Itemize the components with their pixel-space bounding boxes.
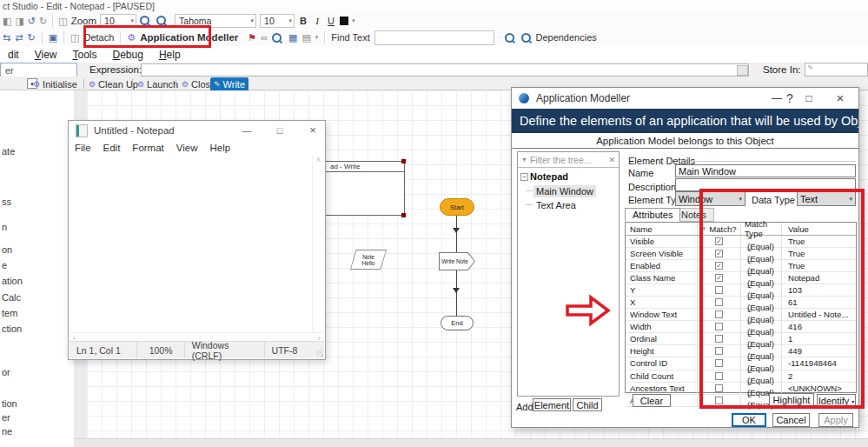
cancel-button[interactable]: Cancel [772,413,810,427]
toolbox-item[interactable]: or [2,367,10,377]
add-child-button[interactable]: Child [573,398,602,411]
reset-icon[interactable]: ↻ [27,31,35,43]
close-button[interactable]: × [830,88,851,109]
link-icon[interactable]: ∞ [261,31,268,43]
end-stage[interactable]: End [441,316,474,330]
zoom-in-icon[interactable] [140,16,149,25]
minimize-button[interactable]: — [234,121,260,140]
dependencies-label[interactable]: Dependencies [535,32,596,43]
zoom-out-icon[interactable] [156,16,166,25]
add-element-button[interactable]: Element [533,398,571,411]
tree-node-notepad[interactable]: Notepad [530,171,568,182]
toolbox-item[interactable]: n [2,222,7,232]
element-tree-panel: ▼ Filter the tree... ✕ − Notepad Main Wi… [517,151,620,397]
scroll-up-icon[interactable]: ∧ [316,156,321,163]
expression-expand-button[interactable] [737,65,748,76]
tab-attributes[interactable]: Attributes [625,208,680,222]
ok-button[interactable]: OK [732,413,766,427]
write-note-stage[interactable]: Write Note [439,252,475,270]
menu-tools[interactable]: Tools [65,49,105,61]
find-text-label: Find Text [331,32,369,43]
store-in-input[interactable]: ✎ [805,63,868,77]
page-icon: ⚙ [33,80,40,89]
step-into-icon[interactable]: ⇄ [15,31,23,43]
menu-view[interactable]: View [27,49,65,61]
new-doc-icon[interactable]: ◫ [58,15,67,27]
font-size-select[interactable]: 10 ▾ [260,14,295,28]
toolbox-item[interactable]: ation [2,276,23,286]
stage-toolbox: ate ss n on e ation Calc tem ction or ti… [0,90,74,447]
separator [83,79,84,89]
grid-view-icon[interactable]: ▦ [288,31,297,43]
menu-edit[interactable]: Edit [97,143,127,153]
toolbox-item[interactable]: tion [2,398,17,409]
toolbox-item[interactable]: e [2,260,7,270]
find-all-icon[interactable] [521,33,531,43]
tab-write[interactable]: ✎ Write [210,77,248,90]
underline-button[interactable]: U [326,16,336,26]
chevron-down-icon[interactable]: ▾ [352,15,355,27]
grid-alt-icon[interactable]: ▤ [301,31,310,43]
canvas-hscrollbar[interactable] [74,438,868,447]
flow-link [456,270,457,316]
chevron-down-icon[interactable]: · [499,31,501,43]
menu-edit[interactable]: dit [0,49,27,61]
notepad-menubar: File Edit Format View Help [69,140,325,155]
tree-node-text-area[interactable]: Text Area [533,199,579,211]
help-button[interactable]: ? [779,88,800,109]
toolbox-item[interactable]: ne [2,426,12,437]
toolbox-item[interactable]: ate [2,146,15,157]
apply-button[interactable]: Apply [818,413,853,427]
tree-line [526,204,533,205]
expression-input[interactable] [141,63,749,77]
tree-node-main-window[interactable]: Main Window [533,185,596,197]
redo-icon[interactable]: ↻ [39,15,47,27]
bold-button[interactable]: B [298,16,308,26]
maximize-button[interactable]: □ [267,121,293,140]
menu-help[interactable]: Help [204,143,237,153]
menu-file[interactable]: File [69,143,97,153]
copy-icon[interactable]: ◧ [3,15,11,27]
toolbox-item[interactable]: Calc [2,292,21,303]
find-text-input[interactable] [374,30,494,45]
tree-filter-input[interactable]: Filter the tree... [530,155,606,165]
italic-button[interactable]: I [312,16,322,26]
note-stage[interactable]: Note Hello [350,250,387,270]
notepad-text-area[interactable]: ∧ [70,156,324,332]
undo-icon[interactable]: ↺ [28,15,36,27]
window-title: ct Studio - Edit - Notepad - [PAUSED] [0,0,868,12]
menu-help[interactable]: Help [151,49,189,61]
vertical-scrollbar[interactable]: ∧ [312,156,324,332]
font-color-swatch[interactable] [340,17,348,25]
start-stage[interactable]: Start [440,198,474,216]
step-over-icon[interactable]: ⇆ [3,31,10,43]
chevron-down-icon[interactable]: ▾ [315,31,319,43]
clear-button[interactable]: Clear [633,394,671,407]
close-button[interactable]: × [300,121,326,140]
tab-initialise[interactable]: ⚙ Initialise [30,77,81,90]
toolbox-item[interactable]: tem [2,308,17,318]
toolbox-item[interactable]: on [2,244,12,255]
menu-debug[interactable]: Debug [105,49,151,61]
arrowhead-icon [453,288,460,293]
dialog-banner: Define the elements of an application th… [512,109,858,133]
toolbox-item[interactable]: ss [2,197,11,207]
selection-handle[interactable] [401,159,406,163]
menu-format[interactable]: Format [126,143,169,153]
tree-collapse-icon[interactable]: − [520,173,528,181]
breakpoint-icon[interactable]: ▣ [49,31,57,43]
resize-grip[interactable] [316,350,323,357]
flag-icon[interactable]: ⚑ [248,31,256,43]
toolbox-item[interactable]: ction [2,324,22,334]
tree-filter-box[interactable]: ▼ Filter the tree... ✕ [518,152,619,168]
search-icon[interactable] [272,33,282,43]
tab-launch[interactable]: ⚙ Launch [134,77,182,90]
selection-handle[interactable] [401,213,406,217]
name-input[interactable] [675,164,856,177]
menu-view[interactable]: View [170,143,204,153]
maximize-button[interactable]: □ [798,88,819,109]
clear-filter-icon[interactable]: ✕ [608,156,615,164]
toolbox-item[interactable]: er [2,412,10,423]
paste-icon[interactable]: ◨ [15,15,23,27]
find-next-icon[interactable] [505,33,514,43]
